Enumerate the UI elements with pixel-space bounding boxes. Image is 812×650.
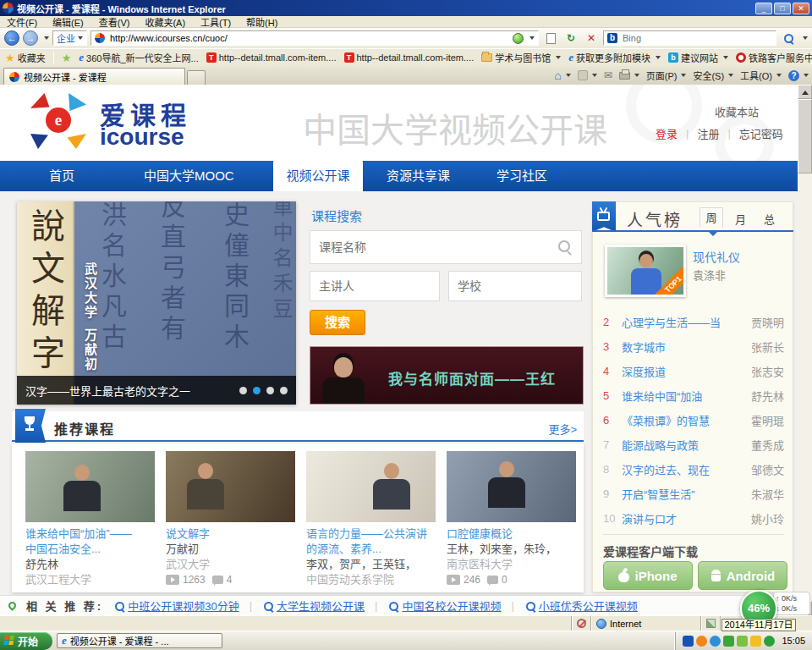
course-link[interactable]: 《菜根谭》的智慧 [622, 412, 746, 428]
carousel[interactable]: 洪名水凡古 反直弓者有 史僮東同木 車中名禾豆 說文解字 武汉大学 万献初 汉字… [17, 201, 296, 405]
register-link[interactable]: 注册 [697, 125, 719, 141]
favorite-link[interactable]: Thttp--detail.tmall.com-item.... [206, 52, 337, 63]
add-favorite-icon[interactable]: ★ [62, 52, 72, 64]
course-title[interactable]: 谁来给中国“加油”—— [25, 526, 155, 542]
search-submit-button[interactable]: 搜索 [310, 310, 365, 335]
nav-open-video-active[interactable]: 视频公开课 [273, 159, 363, 191]
scrollbar-thumb[interactable] [798, 99, 812, 174]
favorite-link[interactable]: e获取更多附加模块 [568, 51, 661, 64]
ranking-tab-total[interactable]: 总 [764, 211, 775, 227]
more-link[interactable]: 更多> [548, 421, 577, 437]
tools-menu-button[interactable]: 工具(O) [740, 69, 782, 82]
course-link[interactable]: 数字城市 [622, 339, 746, 355]
related-link[interactable]: 小班优秀公开课视频 [524, 598, 638, 614]
bookmark-site-link[interactable]: 收藏本站 [715, 103, 759, 119]
address-field[interactable] [91, 30, 539, 46]
android-download-button[interactable]: Android [698, 561, 787, 590]
tray-icon[interactable] [750, 636, 761, 647]
related-link[interactable]: 中国名校公开课视频 [387, 598, 501, 614]
ranking-item[interactable]: 2心理学与生活——当贾晓明 [603, 312, 784, 331]
menu-tools[interactable]: 工具(T) [200, 15, 231, 29]
logo-text-en[interactable]: icourse [100, 124, 184, 151]
favorite-link[interactable]: 铁路客户服务中心 [736, 51, 812, 64]
compatibility-view-button[interactable] [542, 30, 559, 47]
help-button[interactable]: ? [788, 70, 809, 81]
menu-view[interactable]: 查看(V) [99, 15, 130, 29]
nav-mooc[interactable]: 中国大学MOOC [144, 161, 234, 191]
feeds-button[interactable] [578, 70, 597, 80]
nav-community[interactable]: 学习社区 [497, 161, 547, 191]
course-link[interactable]: 谁来给中国“加油 [622, 388, 746, 404]
window-title-bar[interactable]: 视频公开课 - 爱课程 - Windows Internet Explorer … [0, 0, 812, 16]
maximize-button[interactable]: □ [774, 3, 791, 14]
tray-icon[interactable] [723, 636, 734, 647]
course-thumbnail[interactable] [306, 451, 436, 522]
mail-button[interactable]: ✉ [604, 69, 612, 81]
search-box[interactable]: b [603, 30, 776, 46]
course-card[interactable]: 谁来给中国“加油”—— 中国石油安全... 舒先林 武汉工程大学 [25, 451, 155, 592]
carousel-dot[interactable] [280, 387, 288, 394]
course-link[interactable]: 汉字的过去、现在 [622, 461, 746, 477]
tray-icon[interactable] [696, 636, 707, 647]
ranking-item[interactable]: 5谁来给中国“加油舒先林 [603, 386, 784, 405]
school-input[interactable] [448, 271, 582, 301]
favorite-link[interactable]: e360导航_新一代安全上网... [79, 51, 198, 64]
icourse-logo-icon[interactable]: e [30, 93, 86, 149]
course-card[interactable]: 口腔健康概论 王林，刘来奎，朱玲， 南京医科大学 246 0 [447, 451, 576, 592]
course-link[interactable]: 演讲与口才 [622, 510, 746, 526]
favorite-link[interactable]: Thttp--detail.tmall.com-item.... [344, 52, 475, 63]
forgot-password-link[interactable]: 忘记密码 [739, 125, 783, 141]
nav-home[interactable]: 首页 [49, 161, 74, 191]
print-button[interactable] [619, 72, 639, 80]
course-link[interactable]: 开启“智慧生活” [622, 486, 746, 502]
ranking-item[interactable]: 3数字城市张新长 [603, 337, 784, 355]
ranking-tab-week[interactable]: 周 [700, 207, 723, 228]
course-title[interactable]: 口腔健康概论 [447, 526, 576, 542]
vertical-scrollbar[interactable] [798, 85, 812, 615]
autocomplete-icon[interactable] [513, 33, 524, 44]
taskbar-window-button[interactable]: e 视频公开课 - 爱课程 - ... [57, 633, 222, 648]
ranking-item[interactable]: 6《菜根谭》的智慧霍明琨 [603, 410, 784, 429]
browser-tab[interactable]: 视频公开课 - 爱课程 [3, 68, 185, 85]
nav-resource-share[interactable]: 资源共享课 [387, 161, 450, 191]
course-title[interactable]: 说文解字 [166, 526, 295, 542]
ranking-item[interactable]: 10演讲与口才姚小玲 [603, 509, 784, 527]
course-thumbnail[interactable] [25, 451, 155, 522]
course-link[interactable]: 心理学与生活——当 [622, 314, 746, 330]
related-link[interactable]: 中班公开课视频30分钟 [113, 598, 239, 614]
menu-edit[interactable]: 编辑(E) [52, 15, 84, 29]
forward-button[interactable]: → [23, 30, 38, 46]
zone-dropdown[interactable]: 企业 [52, 30, 87, 46]
back-button[interactable]: ← [4, 30, 19, 46]
login-link[interactable]: 登录 [656, 125, 678, 141]
iphone-download-button[interactable]: iPhone [603, 561, 693, 590]
teacher-input[interactable] [310, 271, 440, 301]
course-title[interactable]: 语言的力量——公共演讲 [306, 526, 436, 542]
top1-course-link[interactable]: 现代礼仪 [693, 248, 740, 265]
ranking-item[interactable]: 8汉字的过去、现在邹德文 [603, 460, 784, 478]
start-button[interactable]: 开始 [0, 632, 52, 650]
tray-icon[interactable] [710, 636, 721, 647]
search-icon[interactable] [558, 240, 573, 256]
favorite-folder[interactable]: 学术与图书馆 [481, 51, 561, 64]
promo-banner[interactable]: 我与名师面对面——王红 [310, 346, 584, 405]
course-title[interactable]: 中国石油安全... [25, 542, 155, 557]
course-link[interactable]: 深度报道 [622, 363, 746, 379]
web-search-input[interactable] [621, 32, 772, 44]
new-tab-button[interactable] [187, 70, 206, 85]
stop-button[interactable]: ✕ [583, 30, 600, 47]
carousel-dot-active[interactable] [253, 387, 261, 394]
favorite-link[interactable]: b建议网站 [668, 51, 728, 64]
ranking-item[interactable]: 4深度报道张志安 [603, 361, 784, 380]
minimize-button[interactable]: _ [755, 3, 772, 14]
top1-thumbnail[interactable]: TOP1 [605, 245, 686, 297]
search-go-button[interactable] [780, 30, 797, 47]
search-options-icon[interactable] [803, 36, 808, 40]
tray-icon[interactable] [683, 636, 694, 647]
carousel-dot[interactable] [266, 387, 274, 394]
url-input[interactable] [108, 32, 509, 44]
menu-file[interactable]: 文件(F) [7, 15, 37, 29]
refresh-button[interactable]: ↻ [562, 30, 579, 47]
course-card[interactable]: 说文解字 万献初 武汉大学 1263 4 [166, 451, 295, 592]
address-dropdown-icon[interactable] [529, 36, 535, 40]
